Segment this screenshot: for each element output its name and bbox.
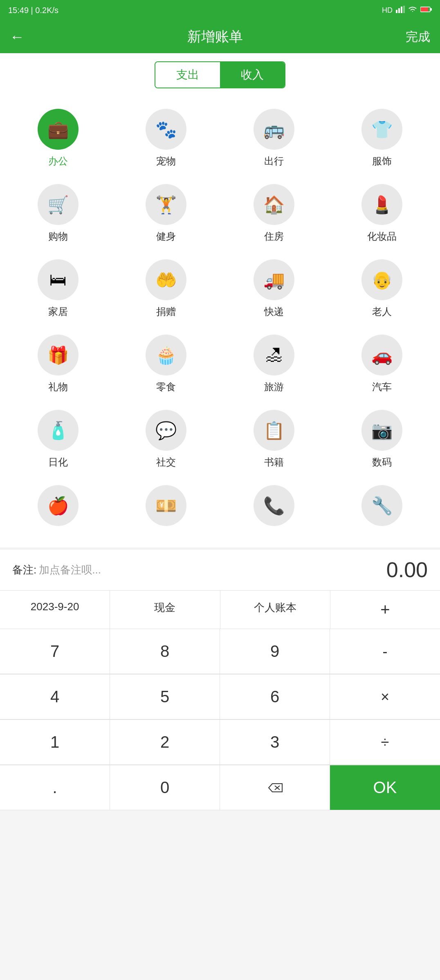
signal-icon xyxy=(396,6,405,15)
category-travel[interactable]: 🚌 出行 xyxy=(220,101,328,176)
hd-badge: HD xyxy=(382,6,393,15)
category-daily[interactable]: 🧴 日化 xyxy=(4,402,112,477)
status-bar: 15:49 | 0.2K/s HD xyxy=(0,0,440,20)
tab-container: 支出 收入 xyxy=(0,53,440,92)
office-icon: 💼 xyxy=(38,109,79,150)
keypad-row-2: 4 5 6 × xyxy=(0,674,440,720)
key-dot[interactable]: . xyxy=(0,765,110,810)
gift-label: 礼物 xyxy=(48,380,68,393)
pet-label: 宠物 xyxy=(156,155,176,168)
battery-icon xyxy=(420,6,432,15)
car-icon: 🚗 xyxy=(361,335,402,375)
category-finance[interactable]: 💴 xyxy=(112,477,220,539)
add-cell[interactable]: + xyxy=(330,591,440,629)
category-phone[interactable]: 📞 xyxy=(220,477,328,539)
key-8[interactable]: 8 xyxy=(110,629,220,674)
digital-icon: 📷 xyxy=(361,410,402,451)
daily-label: 日化 xyxy=(48,456,68,469)
category-repair[interactable]: 🔧 xyxy=(328,477,436,539)
books-label: 书籍 xyxy=(264,456,284,469)
status-icons: HD xyxy=(382,6,432,15)
elderly-label: 老人 xyxy=(372,305,392,318)
back-button[interactable]: ← xyxy=(10,28,25,45)
category-pet[interactable]: 🐾 宠物 xyxy=(112,101,220,176)
shopping-icon: 🛒 xyxy=(38,184,79,225)
category-office[interactable]: 💼 办公 xyxy=(4,101,112,176)
key-9[interactable]: 9 xyxy=(220,629,330,674)
furniture-icon: 🛏 xyxy=(38,259,79,300)
keypad-row-4: . 0 OK xyxy=(0,765,440,810)
remark-label: 备注: xyxy=(12,563,36,577)
key-ok[interactable]: OK xyxy=(330,765,440,810)
category-shopping[interactable]: 🛒 购物 xyxy=(4,176,112,251)
keypad-row-1: 7 8 9 - xyxy=(0,629,440,674)
office-label: 办公 xyxy=(48,155,68,168)
category-elderly[interactable]: 👴 老人 xyxy=(328,251,436,326)
key-2[interactable]: 2 xyxy=(110,720,220,765)
snack-label: 零食 xyxy=(156,380,176,393)
tab-switcher: 支出 收入 xyxy=(155,61,285,88)
cosmetics-icon: 💄 xyxy=(361,184,402,225)
category-housing[interactable]: 🏠 住房 xyxy=(220,176,328,251)
header: ← 新增账单 完成 xyxy=(0,20,440,53)
category-fitness[interactable]: 🏋 健身 xyxy=(112,176,220,251)
key-5[interactable]: 5 xyxy=(110,674,220,719)
key-delete[interactable] xyxy=(220,765,330,810)
key-multiply[interactable]: × xyxy=(330,674,440,719)
done-button[interactable]: 完成 xyxy=(406,29,430,45)
category-digital[interactable]: 📷 数码 xyxy=(328,402,436,477)
category-books[interactable]: 📋 书籍 xyxy=(220,402,328,477)
digital-label: 数码 xyxy=(372,456,392,469)
tab-income[interactable]: 收入 xyxy=(220,62,285,88)
category-express[interactable]: 🚚 快递 xyxy=(220,251,328,326)
key-4[interactable]: 4 xyxy=(0,674,110,719)
category-cosmetics[interactable]: 💄 化妆品 xyxy=(328,176,436,251)
express-icon: 🚚 xyxy=(254,259,294,300)
fitness-icon: 🏋 xyxy=(146,184,186,225)
key-7[interactable]: 7 xyxy=(0,629,110,674)
key-1[interactable]: 1 xyxy=(0,720,110,765)
cosmetics-label: 化妆品 xyxy=(367,230,397,243)
key-6[interactable]: 6 xyxy=(220,674,330,719)
social-label: 社交 xyxy=(156,456,176,469)
category-furniture[interactable]: 🛏 家居 xyxy=(4,251,112,326)
key-0[interactable]: 0 xyxy=(110,765,220,810)
repair-icon: 🔧 xyxy=(361,485,402,526)
keypad-info-row: 2023-9-20 现金 个人账本 + xyxy=(0,591,440,629)
key-divide[interactable]: ÷ xyxy=(330,720,440,765)
donation-label: 捐赠 xyxy=(156,305,176,318)
housing-label: 住房 xyxy=(264,230,284,243)
category-snack[interactable]: 🧁 零食 xyxy=(112,326,220,402)
svg-rect-2 xyxy=(401,7,402,13)
category-donation[interactable]: 🤲 捐赠 xyxy=(112,251,220,326)
gift-icon: 🎁 xyxy=(38,335,79,375)
category-tourism[interactable]: 🏖 旅游 xyxy=(220,326,328,402)
amount-display: 0.00 xyxy=(386,557,428,582)
housing-icon: 🏠 xyxy=(254,184,294,225)
category-car[interactable]: 🚗 汽车 xyxy=(328,326,436,402)
social-icon: 💬 xyxy=(146,410,186,451)
key-minus[interactable]: - xyxy=(330,629,440,674)
category-gift[interactable]: 🎁 礼物 xyxy=(4,326,112,402)
remark-placeholder[interactable]: 加点备注呗... xyxy=(39,563,101,577)
furniture-label: 家居 xyxy=(48,305,68,318)
key-3[interactable]: 3 xyxy=(220,720,330,765)
payment-cell[interactable]: 现金 xyxy=(110,591,220,629)
snack-icon: 🧁 xyxy=(146,335,186,375)
tab-expense[interactable]: 支出 xyxy=(155,62,220,88)
date-cell[interactable]: 2023-9-20 xyxy=(0,591,110,629)
account-cell[interactable]: 个人账本 xyxy=(220,591,330,629)
category-grid: 💼 办公 🐾 宠物 🚌 出行 👕 服饰 🛒 购物 🏋 健身 🏠 住房 💄 化妆品… xyxy=(0,92,440,547)
elderly-icon: 👴 xyxy=(361,259,402,300)
category-clothing[interactable]: 👕 服饰 xyxy=(328,101,436,176)
express-label: 快递 xyxy=(264,305,284,318)
svg-rect-5 xyxy=(421,7,428,11)
page-title: 新增账单 xyxy=(187,27,243,46)
svg-rect-1 xyxy=(398,8,400,13)
keypad-row-3: 1 2 3 ÷ xyxy=(0,720,440,765)
status-time: 15:49 | 0.2K/s xyxy=(8,6,58,15)
category-social[interactable]: 💬 社交 xyxy=(112,402,220,477)
food-icon: 🍎 xyxy=(38,485,79,526)
pet-icon: 🐾 xyxy=(146,109,186,150)
category-food[interactable]: 🍎 xyxy=(4,477,112,539)
